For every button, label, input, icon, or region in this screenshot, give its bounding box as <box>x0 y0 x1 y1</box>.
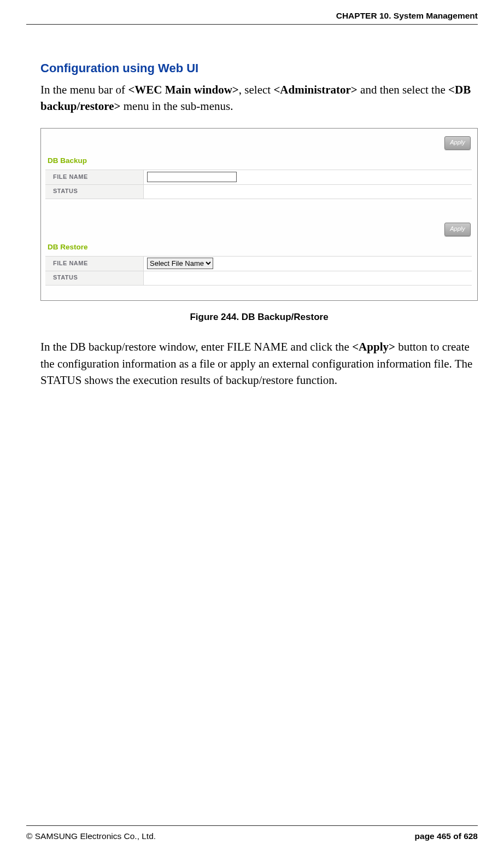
restore-filename-row: FILE NAME Select File Name <box>45 256 472 271</box>
restore-status-value <box>144 271 472 285</box>
db-backup-title: DB Backup <box>45 156 472 166</box>
text: , select <box>239 83 274 96</box>
footer-rule <box>26 825 478 826</box>
backup-filename-input[interactable] <box>147 172 237 182</box>
administrator-ref: <Administrator> <box>273 83 357 96</box>
restore-status-row: STATUS <box>45 271 472 286</box>
backup-filename-cell <box>144 170 472 184</box>
apply-button-ref: <Apply> <box>352 340 395 353</box>
backup-filename-row: FILE NAME <box>45 170 472 184</box>
description-paragraph: In the DB backup/restore window, enter F… <box>40 339 478 388</box>
restore-status-label: STATUS <box>45 271 144 285</box>
chapter-header: CHAPTER 10. System Management <box>336 10 478 22</box>
text: In the menu bar of <box>40 83 128 96</box>
intro-paragraph: In the menu bar of <WEC Main window>, se… <box>40 81 478 115</box>
apply-button-restore[interactable]: Apply <box>444 223 471 236</box>
db-backup-panel: DB Backup FILE NAME STATUS <box>45 156 472 199</box>
header-rule <box>26 24 478 25</box>
section-title: Configuration using Web UI <box>40 60 478 77</box>
db-restore-title: DB Restore <box>45 242 472 253</box>
apply-button-backup[interactable]: Apply <box>444 136 471 150</box>
backup-status-label: STATUS <box>45 185 144 199</box>
text: menu in the sub-menus. <box>121 100 233 113</box>
text: In the DB backup/restore window, enter F… <box>40 340 352 353</box>
wec-main-window-ref: <WEC Main window> <box>128 83 238 96</box>
figure-caption: Figure 244. DB Backup/Restore <box>40 311 478 324</box>
screenshot-figure: Apply DB Backup FILE NAME STATUS Apply D… <box>40 128 478 301</box>
page-content: Configuration using Web UI In the menu b… <box>40 60 478 389</box>
backup-filename-label: FILE NAME <box>45 170 144 184</box>
backup-status-row: STATUS <box>45 184 472 199</box>
db-restore-panel: DB Restore FILE NAME Select File Name ST… <box>45 242 472 286</box>
copyright: © SAMSUNG Electronics Co., Ltd. <box>26 830 156 842</box>
restore-filename-cell: Select File Name <box>144 257 472 271</box>
page-number: page 465 of 628 <box>415 830 478 842</box>
backup-status-value <box>144 185 472 199</box>
restore-filename-label: FILE NAME <box>45 257 144 271</box>
page-footer: © SAMSUNG Electronics Co., Ltd. page 465… <box>26 830 478 842</box>
text: and then select the <box>358 83 448 96</box>
restore-filename-select[interactable]: Select File Name <box>147 258 213 269</box>
